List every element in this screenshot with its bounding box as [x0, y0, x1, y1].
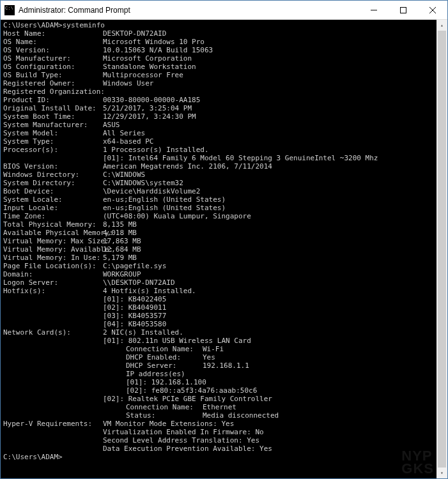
- output-row: [01]: 192.168.1.100: [3, 378, 434, 386]
- output-row: IP address(es): [3, 370, 434, 378]
- output-row: System Type:x64-based PC: [3, 137, 434, 146]
- output-row: Input Locale:en-us;English (United State…: [3, 204, 434, 212]
- output-row: OS Build Type:Multiprocessor Free: [3, 71, 434, 79]
- scroll-track[interactable]: [436, 31, 447, 468]
- output-row: OS Manufacturer:Microsoft Corporation: [3, 54, 434, 63]
- output-row: Logon Server:\\DESKTOP-DN72AID: [3, 278, 434, 287]
- output-row: [01]: KB4022405: [3, 295, 434, 303]
- output-row: Network Card(s):2 NIC(s) Installed.: [3, 328, 434, 337]
- watermark: NYP GKS: [401, 450, 434, 475]
- vertical-scrollbar[interactable]: ▴ ▾: [436, 20, 447, 478]
- output-row: Second Level Address Translation: Yes: [3, 436, 434, 445]
- output-row: [01]: Intel64 Family 6 Model 60 Stepping…: [3, 154, 434, 162]
- output-row: Connection Name:Wi-Fi: [3, 345, 434, 353]
- output-row: Hyper-V Requirements:VM Monitor Mode Ext…: [3, 420, 434, 428]
- command-prompt-window: Administrator: Command Prompt C:\Users\A…: [0, 0, 448, 479]
- svg-rect-1: [401, 7, 406, 13]
- scroll-thumb[interactable]: [438, 31, 446, 468]
- minimize-button[interactable]: [359, 1, 389, 20]
- output-row: OS Version:10.0.15063 N/A Build 15063: [3, 46, 434, 54]
- cmd-icon: [4, 5, 15, 15]
- scroll-up-arrow[interactable]: ▴: [436, 20, 447, 31]
- output-row: Connection Name:Ethernet: [3, 403, 434, 411]
- output-row: System Locale:en-us;English (United Stat…: [3, 195, 434, 204]
- output-row: Hotfix(s):4 Hotfix(s) Installed.: [3, 287, 434, 295]
- output-row: Processor(s):1 Processor(s) Installed.: [3, 146, 434, 154]
- output-row: Registered Owner:Windows User: [3, 79, 434, 87]
- output-row: System Directory:C:\WINDOWS\system32: [3, 179, 434, 187]
- output-row: Boot Device:\Device\HarddiskVolume2: [3, 187, 434, 195]
- titlebar[interactable]: Administrator: Command Prompt: [1, 1, 447, 20]
- output-row: System Manufacturer:ASUS: [3, 121, 434, 129]
- output-row: [02]: KB4049011: [3, 303, 434, 312]
- window-title: Administrator: Command Prompt: [19, 6, 359, 15]
- output-row: Available Physical Memory:4,018 MB: [3, 229, 434, 237]
- output-row: Domain:WORKGROUP: [3, 270, 434, 278]
- terminal-area: C:\Users\ADAM>systeminfoHost Name:DESKTO…: [1, 20, 447, 478]
- output-row: Product ID:00330-80000-00000-AA185: [3, 96, 434, 104]
- window-controls: [359, 1, 447, 20]
- output-row: DHCP Enabled:Yes: [3, 353, 434, 361]
- output-row: [02]: fe80::a5f3:4a76:aaab:50c6: [3, 386, 434, 395]
- maximize-button[interactable]: [389, 1, 418, 20]
- output-row: Status:Media disconnected: [3, 411, 434, 420]
- scroll-down-arrow[interactable]: ▾: [436, 468, 447, 478]
- output-row: Total Physical Memory:8,135 MB: [3, 220, 434, 229]
- output-row: C:\Users\ADAM>systeminfo: [3, 21, 434, 29]
- output-row: Time Zone:(UTC+08:00) Kuala Lumpur, Sing…: [3, 212, 434, 220]
- output-row: System Boot Time:12/29/2017, 3:24:30 PM: [3, 112, 434, 121]
- terminal-output[interactable]: C:\Users\ADAM>systeminfoHost Name:DESKTO…: [1, 20, 436, 478]
- output-row: OS Name:Microsoft Windows 10 Pro: [3, 38, 434, 46]
- output-row: DHCP Server:192.168.1.1: [3, 361, 434, 370]
- output-row: Registered Organization:: [3, 87, 434, 96]
- output-row: Virtualization Enabled In Firmware: No: [3, 428, 434, 436]
- close-button[interactable]: [418, 1, 447, 20]
- output-row: [01]: 802.11n USB Wireless LAN Card: [3, 337, 434, 345]
- output-row: BIOS Version:American Megatrends Inc. 21…: [3, 162, 434, 171]
- output-row: Host Name:DESKTOP-DN72AID: [3, 29, 434, 38]
- output-row: Virtual Memory: Max Size:17,863 MB: [3, 237, 434, 245]
- output-row: OS Configuration:Standalone Workstation: [3, 63, 434, 71]
- output-row: Windows Directory:C:\WINDOWS: [3, 171, 434, 179]
- output-row: [04]: KB4053580: [3, 320, 434, 328]
- output-row: [02]: Realtek PCIe GBE Family Controller: [3, 395, 434, 403]
- output-row: Original Install Date:5/21/2017, 3:25:04…: [3, 104, 434, 112]
- output-row: Virtual Memory: Available:12,684 MB: [3, 245, 434, 254]
- output-row: Data Execution Prevention Available: Yes: [3, 445, 434, 453]
- output-row: System Model:All Series: [3, 129, 434, 137]
- output-row: C:\Users\ADAM>: [3, 453, 434, 461]
- output-row: Page File Location(s):C:\pagefile.sys: [3, 262, 434, 270]
- output-row: [03]: KB4053577: [3, 312, 434, 320]
- output-row: Virtual Memory: In Use:5,179 MB: [3, 254, 434, 262]
